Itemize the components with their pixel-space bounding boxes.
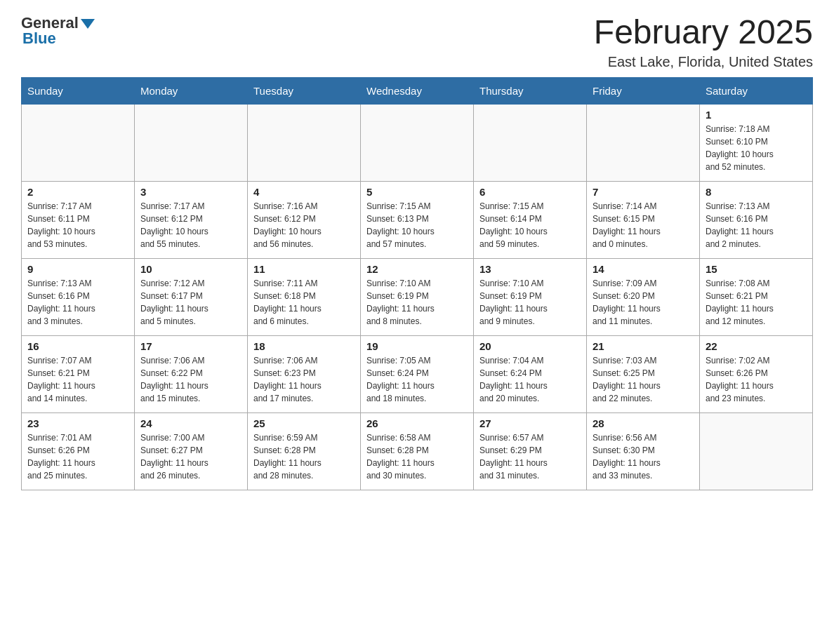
calendar-day-cell <box>700 412 813 490</box>
day-info: Sunrise: 6:57 AM Sunset: 6:29 PM Dayligh… <box>479 431 581 482</box>
calendar-day-cell <box>248 104 361 181</box>
day-info: Sunrise: 7:06 AM Sunset: 6:23 PM Dayligh… <box>253 354 355 405</box>
day-number: 21 <box>593 340 694 352</box>
day-info: Sunrise: 6:58 AM Sunset: 6:28 PM Dayligh… <box>366 431 468 482</box>
calendar-day-cell: 4Sunrise: 7:16 AM Sunset: 6:12 PM Daylig… <box>248 181 361 258</box>
calendar-day-cell: 17Sunrise: 7:06 AM Sunset: 6:22 PM Dayli… <box>135 335 248 412</box>
day-number: 3 <box>140 186 241 198</box>
day-number: 18 <box>253 340 355 352</box>
day-number: 9 <box>27 263 128 275</box>
day-number: 28 <box>593 417 694 429</box>
calendar-header-tuesday: Tuesday <box>248 77 361 104</box>
day-info: Sunrise: 7:10 AM Sunset: 6:19 PM Dayligh… <box>479 277 581 328</box>
day-info: Sunrise: 7:09 AM Sunset: 6:20 PM Dayligh… <box>593 277 694 328</box>
day-info: Sunrise: 7:18 AM Sunset: 6:10 PM Dayligh… <box>706 123 807 173</box>
day-number: 27 <box>479 417 581 429</box>
calendar-day-cell <box>361 104 474 181</box>
page-title: February 2025 <box>594 14 813 51</box>
day-info: Sunrise: 7:15 AM Sunset: 6:13 PM Dayligh… <box>366 200 468 250</box>
day-info: Sunrise: 7:12 AM Sunset: 6:17 PM Dayligh… <box>140 277 241 328</box>
calendar-day-cell: 13Sunrise: 7:10 AM Sunset: 6:19 PM Dayli… <box>474 258 587 335</box>
calendar-day-cell: 2Sunrise: 7:17 AM Sunset: 6:11 PM Daylig… <box>22 181 135 258</box>
calendar-header-wednesday: Wednesday <box>361 77 474 104</box>
day-number: 25 <box>253 417 355 429</box>
page-subtitle: East Lake, Florida, United States <box>594 54 813 70</box>
calendar-week-row: 23Sunrise: 7:01 AM Sunset: 6:26 PM Dayli… <box>22 412 813 490</box>
day-number: 8 <box>706 186 807 198</box>
day-number: 4 <box>253 186 355 198</box>
day-info: Sunrise: 7:13 AM Sunset: 6:16 PM Dayligh… <box>27 277 128 328</box>
day-number: 15 <box>706 263 807 275</box>
day-info: Sunrise: 7:02 AM Sunset: 6:26 PM Dayligh… <box>706 354 807 405</box>
calendar-day-cell: 11Sunrise: 7:11 AM Sunset: 6:18 PM Dayli… <box>248 258 361 335</box>
title-block: February 2025 East Lake, Florida, United… <box>594 14 813 70</box>
calendar-day-cell: 8Sunrise: 7:13 AM Sunset: 6:16 PM Daylig… <box>700 181 813 258</box>
calendar-day-cell: 1Sunrise: 7:18 AM Sunset: 6:10 PM Daylig… <box>700 104 813 181</box>
day-number: 20 <box>479 340 581 352</box>
day-info: Sunrise: 7:14 AM Sunset: 6:15 PM Dayligh… <box>593 200 694 250</box>
page-header: General Blue February 2025 East Lake, Fl… <box>21 14 813 70</box>
calendar-day-cell: 28Sunrise: 6:56 AM Sunset: 6:30 PM Dayli… <box>587 412 700 490</box>
calendar-day-cell: 7Sunrise: 7:14 AM Sunset: 6:15 PM Daylig… <box>587 181 700 258</box>
calendar-day-cell <box>587 104 700 181</box>
calendar-day-cell: 24Sunrise: 7:00 AM Sunset: 6:27 PM Dayli… <box>135 412 248 490</box>
calendar-week-row: 16Sunrise: 7:07 AM Sunset: 6:21 PM Dayli… <box>22 335 813 412</box>
day-info: Sunrise: 7:16 AM Sunset: 6:12 PM Dayligh… <box>253 200 355 250</box>
calendar-week-row: 1Sunrise: 7:18 AM Sunset: 6:10 PM Daylig… <box>22 104 813 181</box>
logo-blue-text: Blue <box>22 29 56 48</box>
day-info: Sunrise: 6:56 AM Sunset: 6:30 PM Dayligh… <box>593 431 694 482</box>
day-number: 10 <box>140 263 241 275</box>
day-number: 24 <box>140 417 241 429</box>
day-info: Sunrise: 7:01 AM Sunset: 6:26 PM Dayligh… <box>27 431 128 482</box>
calendar-day-cell: 3Sunrise: 7:17 AM Sunset: 6:12 PM Daylig… <box>135 181 248 258</box>
calendar-header-thursday: Thursday <box>474 77 587 104</box>
calendar-table: SundayMondayTuesdayWednesdayThursdayFrid… <box>21 77 813 490</box>
calendar-week-row: 2Sunrise: 7:17 AM Sunset: 6:11 PM Daylig… <box>22 181 813 258</box>
calendar-day-cell: 10Sunrise: 7:12 AM Sunset: 6:17 PM Dayli… <box>135 258 248 335</box>
calendar-day-cell: 19Sunrise: 7:05 AM Sunset: 6:24 PM Dayli… <box>361 335 474 412</box>
day-info: Sunrise: 7:05 AM Sunset: 6:24 PM Dayligh… <box>366 354 468 405</box>
calendar-day-cell: 15Sunrise: 7:08 AM Sunset: 6:21 PM Dayli… <box>700 258 813 335</box>
calendar-day-cell: 9Sunrise: 7:13 AM Sunset: 6:16 PM Daylig… <box>22 258 135 335</box>
day-number: 12 <box>366 263 468 275</box>
day-info: Sunrise: 7:00 AM Sunset: 6:27 PM Dayligh… <box>140 431 241 482</box>
calendar-day-cell: 18Sunrise: 7:06 AM Sunset: 6:23 PM Dayli… <box>248 335 361 412</box>
day-number: 7 <box>593 186 694 198</box>
day-info: Sunrise: 7:17 AM Sunset: 6:12 PM Dayligh… <box>140 200 241 250</box>
calendar-day-cell: 22Sunrise: 7:02 AM Sunset: 6:26 PM Dayli… <box>700 335 813 412</box>
day-number: 19 <box>366 340 468 352</box>
day-number: 13 <box>479 263 581 275</box>
day-info: Sunrise: 7:07 AM Sunset: 6:21 PM Dayligh… <box>27 354 128 405</box>
calendar-header-monday: Monday <box>135 77 248 104</box>
day-info: Sunrise: 7:17 AM Sunset: 6:11 PM Dayligh… <box>27 200 128 250</box>
calendar-day-cell: 27Sunrise: 6:57 AM Sunset: 6:29 PM Dayli… <box>474 412 587 490</box>
calendar-header-saturday: Saturday <box>700 77 813 104</box>
calendar-day-cell: 26Sunrise: 6:58 AM Sunset: 6:28 PM Dayli… <box>361 412 474 490</box>
day-info: Sunrise: 7:04 AM Sunset: 6:24 PM Dayligh… <box>479 354 581 405</box>
calendar-header: SundayMondayTuesdayWednesdayThursdayFrid… <box>22 77 813 104</box>
day-info: Sunrise: 7:10 AM Sunset: 6:19 PM Dayligh… <box>366 277 468 328</box>
day-number: 2 <box>27 186 128 198</box>
day-info: Sunrise: 7:11 AM Sunset: 6:18 PM Dayligh… <box>253 277 355 328</box>
logo-arrow-icon <box>81 19 95 29</box>
day-number: 11 <box>253 263 355 275</box>
day-info: Sunrise: 7:08 AM Sunset: 6:21 PM Dayligh… <box>706 277 807 328</box>
day-number: 26 <box>366 417 468 429</box>
day-info: Sunrise: 7:03 AM Sunset: 6:25 PM Dayligh… <box>593 354 694 405</box>
day-number: 16 <box>27 340 128 352</box>
calendar-day-cell: 25Sunrise: 6:59 AM Sunset: 6:28 PM Dayli… <box>248 412 361 490</box>
day-number: 6 <box>479 186 581 198</box>
calendar-body: 1Sunrise: 7:18 AM Sunset: 6:10 PM Daylig… <box>22 104 813 490</box>
calendar-day-cell: 20Sunrise: 7:04 AM Sunset: 6:24 PM Dayli… <box>474 335 587 412</box>
day-number: 5 <box>366 186 468 198</box>
calendar-week-row: 9Sunrise: 7:13 AM Sunset: 6:16 PM Daylig… <box>22 258 813 335</box>
day-number: 23 <box>27 417 128 429</box>
calendar-header-row: SundayMondayTuesdayWednesdayThursdayFrid… <box>22 77 813 104</box>
day-info: Sunrise: 6:59 AM Sunset: 6:28 PM Dayligh… <box>253 431 355 482</box>
calendar-day-cell <box>22 104 135 181</box>
calendar-header-friday: Friday <box>587 77 700 104</box>
day-info: Sunrise: 7:06 AM Sunset: 6:22 PM Dayligh… <box>140 354 241 405</box>
calendar-day-cell: 23Sunrise: 7:01 AM Sunset: 6:26 PM Dayli… <box>22 412 135 490</box>
logo: General Blue <box>21 14 95 48</box>
calendar-header-sunday: Sunday <box>22 77 135 104</box>
